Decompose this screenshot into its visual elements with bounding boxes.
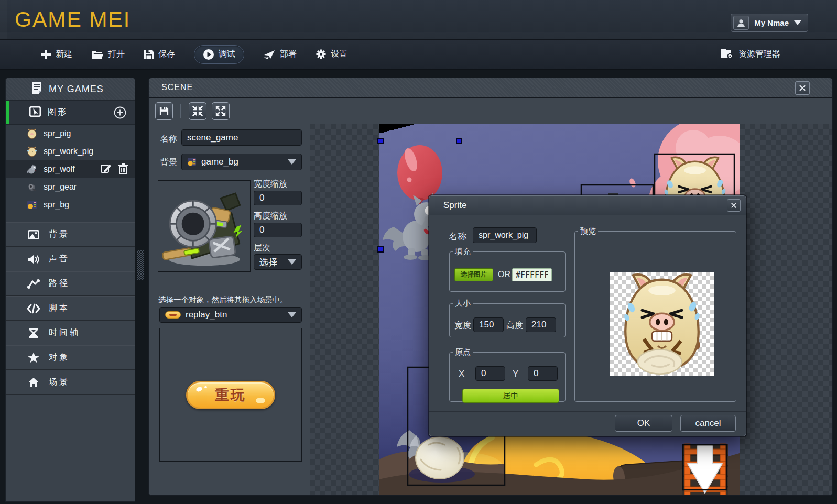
width-scale-input[interactable] [254,191,302,205]
scene-save-button[interactable] [155,102,173,120]
new-button[interactable]: 新建 [41,49,72,60]
dialog-footer-divider [429,411,746,412]
scene-background-dropdown[interactable]: game_bg [181,154,302,170]
background-thumbnail [187,157,197,167]
sprite-thumbnail [27,200,37,210]
scene-name-input[interactable] [181,129,302,146]
arrows-collapse-icon [192,105,203,117]
close-icon [799,84,806,92]
sprite-height-input[interactable] [526,317,556,332]
preview-legend: 预览 [578,226,598,236]
paper-plane-icon [263,49,276,60]
sidebar-item-objects[interactable]: 对象 [6,345,135,370]
sidebar-item-sounds[interactable]: 声音 [6,247,135,271]
choose-image-button[interactable]: 选择图片 [454,268,493,281]
category-label: 对象 [49,352,70,363]
category-label: 脚本 [49,303,70,314]
replay-button-label: 重玩 [215,386,246,404]
sidebar-item-graphics[interactable]: 图形 [6,101,135,125]
sprite-row-spr-bg[interactable]: spr_bg [6,196,135,214]
sprite-list: spr_pig spr_work_pig spr_wolf [6,125,135,222]
replay-button-thumbnail [165,311,181,319]
divider [161,290,297,290]
fill-color-input[interactable] [512,268,552,281]
sprite-row-spr-wolf[interactable]: spr_wolf [6,160,135,178]
selection-handle[interactable] [456,138,462,144]
sidebar-item-paths[interactable]: 路径 [6,271,135,296]
chevron-down-icon [288,159,296,165]
debug-button[interactable]: 调试 [194,45,244,64]
delete-sprite-icon[interactable] [118,163,128,177]
star-icon [27,352,40,363]
open-button[interactable]: 打开 [91,49,125,60]
sidebar-item-backgrounds[interactable]: 背景 [6,222,135,247]
sprite-name: spr_work_pig [44,147,93,156]
size-fieldset: 大小 宽度 高度 [449,299,566,337]
size-legend: 大小 [453,299,473,309]
origin-x-input[interactable] [475,366,505,381]
sprite-preview-image [610,272,714,376]
sprite-dialog-header[interactable]: Sprite [429,196,746,215]
save-button[interactable]: 保存 [144,49,175,60]
category-label: 声音 [49,254,70,265]
expand-view-button[interactable] [212,102,230,120]
sprite-name: spr_bg [44,200,69,210]
user-menu[interactable]: My Nmae [731,14,808,32]
preview-fieldset: 预览 [574,226,736,402]
sidebar: MY GAMES 图形 spr_pig spr_work_pig spr_wol [5,78,135,502]
object-dropdown-value: replay_btn [186,310,227,320]
new-label: 新建 [56,49,72,60]
plus-icon [41,49,51,60]
resource-manager-button[interactable]: 资源管理器 [721,40,780,69]
scene-background-label: 背景 [160,157,177,168]
sprite-width-input[interactable] [473,317,504,332]
fill-legend: 填充 [453,247,473,257]
code-icon [27,303,40,314]
sprite-dialog-title: Sprite [443,200,466,211]
scene-name-label: 名称 [160,134,177,145]
sprite-thumbnail [27,182,37,192]
sprite-name-input[interactable] [473,227,537,243]
layer-value: 选择 [259,256,277,268]
panel-splitter-grip[interactable] [137,250,144,280]
scene-panel-close-button[interactable] [795,81,810,95]
sidebar-item-scenes[interactable]: 场景 [6,370,135,395]
origin-y-input[interactable] [528,366,558,381]
chevron-down-icon [288,312,296,317]
user-avatar-icon [733,16,749,30]
cancel-button[interactable]: cancel [680,415,736,432]
center-origin-button[interactable]: 居中 [462,389,559,403]
sprite-thumbnail [27,128,37,139]
sprite-row-spr-work-pig[interactable]: spr_work_pig [6,143,135,160]
collapse-view-button[interactable] [189,102,206,120]
layer-dropdown[interactable]: 选择 [254,254,302,270]
category-label: 场景 [49,377,70,388]
sidebar-item-timelines[interactable]: 时间轴 [6,321,135,345]
app-window: GAME MEI My Nmae 新建 打开 [0,0,837,504]
selection-handle[interactable] [377,138,384,144]
scene-panel-header: SCENE [149,78,832,98]
selection-handle[interactable] [377,246,384,253]
cancel-label: cancel [695,418,721,429]
edit-sprite-icon[interactable] [100,163,112,177]
resource-manager-label: 资源管理器 [738,49,780,60]
settings-button[interactable]: 设置 [316,49,347,60]
floppy-icon [159,106,169,116]
play-icon [203,49,214,60]
sprite-dialog-close-button[interactable] [727,199,741,212]
deploy-label: 部署 [280,49,297,60]
sidebar-item-scripts[interactable]: 脚本 [6,296,135,321]
save-label: 保存 [158,49,175,60]
ladder [682,444,728,495]
height-scale-input[interactable] [254,223,302,237]
origin-x-label: X [459,369,464,379]
add-sprite-button[interactable] [114,106,126,121]
sprite-row-spr-pig[interactable]: spr_pig [6,125,135,143]
close-icon [731,202,737,209]
ok-button[interactable]: OK [615,415,672,432]
work-pig-image [616,272,708,376]
sprite-name: spr_gear [44,182,77,192]
sprite-row-spr-gear[interactable]: spr_gear [6,178,135,196]
deploy-button[interactable]: 部署 [263,49,297,60]
object-dropdown[interactable]: replay_btn [159,307,302,323]
